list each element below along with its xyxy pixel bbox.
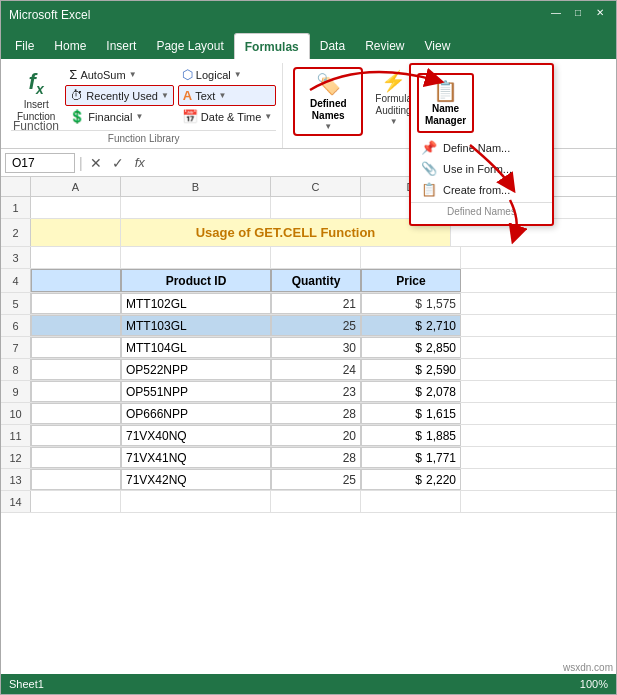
function-library-content: fx InsertFunction Σ AutoSum ▼ ⏱ Recently… <box>11 65 276 128</box>
cell-b11[interactable]: 71VX40NQ <box>121 425 271 446</box>
cell-a4[interactable] <box>31 269 121 292</box>
qty-value: 25 <box>343 319 356 333</box>
cell-a12[interactable] <box>31 447 121 468</box>
qty-value: 20 <box>343 429 356 443</box>
cell-a8[interactable] <box>31 359 121 380</box>
cell-d13[interactable]: $ 2,220 <box>361 469 461 490</box>
cell-a1[interactable] <box>31 197 121 218</box>
recently-used-caret: ▼ <box>161 91 169 100</box>
use-in-formula-item[interactable]: 📎 Use in Form... <box>411 158 552 179</box>
tab-view[interactable]: View <box>415 33 461 59</box>
cell-d6[interactable]: $ 2,710 <box>361 315 461 336</box>
insert-function-button[interactable]: fx InsertFunction <box>11 65 61 127</box>
cell-c3[interactable] <box>271 247 361 268</box>
header-product-id[interactable]: Product ID <box>121 269 271 292</box>
cell-a11[interactable] <box>31 425 121 446</box>
cell-c8[interactable]: 24 <box>271 359 361 380</box>
cell-a14[interactable] <box>31 491 121 512</box>
financial-button[interactable]: 💲 Financial ▼ <box>65 107 173 126</box>
title-cell[interactable]: Usage of GET.CELL Function <box>121 219 451 246</box>
define-name-item[interactable]: 📌 Define Nam... <box>411 137 552 158</box>
product-id-value: OP666NPP <box>126 407 188 421</box>
tab-review[interactable]: Review <box>355 33 414 59</box>
cell-b14[interactable] <box>121 491 271 512</box>
defined-names-caret: ▼ <box>324 122 332 131</box>
excel-window: Microsoft Excel — □ ✕ File Home Insert P… <box>0 0 617 695</box>
cell-b5[interactable]: MTT102GL <box>121 293 271 314</box>
cell-a10[interactable] <box>31 403 121 424</box>
tab-data[interactable]: Data <box>310 33 355 59</box>
cell-d11[interactable]: $ 1,885 <box>361 425 461 446</box>
cell-c11[interactable]: 20 <box>271 425 361 446</box>
cell-a6[interactable] <box>31 315 121 336</box>
cell-c12[interactable]: 28 <box>271 447 361 468</box>
header-price[interactable]: Price <box>361 269 461 292</box>
cell-d8[interactable]: $ 2,590 <box>361 359 461 380</box>
cell-d9[interactable]: $ 2,078 <box>361 381 461 402</box>
cell-a2[interactable] <box>31 219 121 246</box>
cell-b10[interactable]: OP666NPP <box>121 403 271 424</box>
cell-c10[interactable]: 28 <box>271 403 361 424</box>
cell-b6[interactable]: MTT103GL <box>121 315 271 336</box>
cell-b7[interactable]: MTT104GL <box>121 337 271 358</box>
cell-b8[interactable]: OP522NPP <box>121 359 271 380</box>
cell-c7[interactable]: 30 <box>271 337 361 358</box>
cell-a13[interactable] <box>31 469 121 490</box>
cell-c6[interactable]: 25 <box>271 315 361 336</box>
tab-formulas[interactable]: Formulas <box>234 33 310 59</box>
defined-names-button[interactable]: 🏷️ DefinedNames ▼ <box>293 67 363 136</box>
cell-d3[interactable] <box>361 247 461 268</box>
cell-b12[interactable]: 71VX41NQ <box>121 447 271 468</box>
cell-d12[interactable]: $ 1,771 <box>361 447 461 468</box>
cell-d14[interactable] <box>361 491 461 512</box>
name-box[interactable] <box>5 153 75 173</box>
close-button[interactable]: ✕ <box>592 7 608 23</box>
col-header-b[interactable]: B <box>121 177 271 196</box>
quantity-header: Quantity <box>292 274 341 288</box>
cell-c9[interactable]: 23 <box>271 381 361 402</box>
formula-cross-button[interactable]: ✕ <box>87 155 105 171</box>
product-id-value: OP551NPP <box>126 385 188 399</box>
cell-b3[interactable] <box>121 247 271 268</box>
cell-a5[interactable] <box>31 293 121 314</box>
col-header-a[interactable]: A <box>31 177 121 196</box>
defined-names-group-label: Defined Names <box>411 202 552 220</box>
table-row: 9 OP551NPP 23 $ 2,078 <box>1 381 616 403</box>
cell-d5[interactable]: $ 1,575 <box>361 293 461 314</box>
cell-b1[interactable] <box>121 197 271 218</box>
cell-b13[interactable]: 71VX42NQ <box>121 469 271 490</box>
tab-insert[interactable]: Insert <box>96 33 146 59</box>
cell-c5[interactable]: 21 <box>271 293 361 314</box>
maximize-button[interactable]: □ <box>570 7 586 23</box>
name-manager-button[interactable]: 📋 NameManager <box>417 73 474 133</box>
formula-check-button[interactable]: ✓ <box>109 155 127 171</box>
cell-b9[interactable]: OP551NPP <box>121 381 271 402</box>
cell-d7[interactable]: $ 2,850 <box>361 337 461 358</box>
cell-d10[interactable]: $ 1,615 <box>361 403 461 424</box>
create-from-item[interactable]: 📋 Create from... <box>411 179 552 200</box>
cell-c14[interactable] <box>271 491 361 512</box>
dollar-sign: $ <box>415 407 422 421</box>
row-num-1: 1 <box>1 197 31 218</box>
sheet-tab[interactable]: Sheet1 <box>9 678 44 690</box>
text-button[interactable]: A Text ▼ <box>178 85 276 106</box>
tab-page-layout[interactable]: Page Layout <box>146 33 233 59</box>
col-header-c[interactable]: C <box>271 177 361 196</box>
product-id-value: OP522NPP <box>126 363 188 377</box>
logical-button[interactable]: ⬡ Logical ▼ <box>178 65 276 84</box>
header-quantity[interactable]: Quantity <box>271 269 361 292</box>
cell-a3[interactable] <box>31 247 121 268</box>
cell-c1[interactable] <box>271 197 361 218</box>
autosum-button[interactable]: Σ AutoSum ▼ <box>65 65 173 84</box>
cell-a7[interactable] <box>31 337 121 358</box>
minimize-button[interactable]: — <box>548 7 564 23</box>
tab-home[interactable]: Home <box>44 33 96 59</box>
recently-used-button[interactable]: ⏱ Recently Used ▼ <box>65 85 173 106</box>
product-id-value: MTT103GL <box>126 319 187 333</box>
date-time-button[interactable]: 📅 Date & Time ▼ <box>178 107 276 126</box>
tab-file[interactable]: File <box>5 33 44 59</box>
use-in-formula-label: Use in Form... <box>443 163 512 175</box>
cell-c13[interactable]: 25 <box>271 469 361 490</box>
cell-a9[interactable] <box>31 381 121 402</box>
formula-auditing-caret: ▼ <box>390 117 398 126</box>
